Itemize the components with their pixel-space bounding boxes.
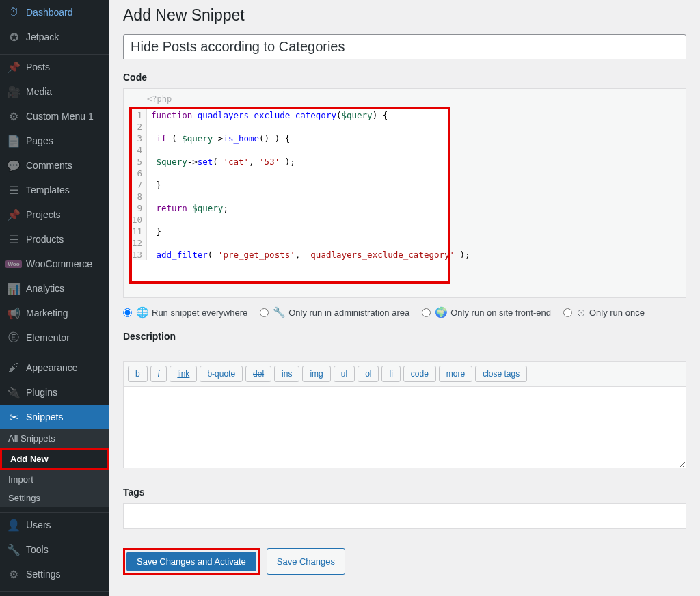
- submit-row: Save Changes and Activate Save Changes: [123, 548, 686, 575]
- qt-ul-button[interactable]: ul: [334, 366, 355, 382]
- snippet-title-input[interactable]: [123, 34, 686, 59]
- sidebar-item-label: Elementor: [26, 332, 70, 343]
- scope-label: Run snippet everywhere: [152, 308, 247, 318]
- sidebar-item-comments[interactable]: 💬Comments: [0, 153, 109, 178]
- sidebar-item-jetpack[interactable]: ✪Jetpack: [0, 25, 109, 49]
- sidebar-item-label: WooCommerce: [26, 258, 92, 269]
- admin-sidebar: ⏱Dashboard✪Jetpack📌Posts🎥Media⚙Custom Me…: [0, 0, 109, 596]
- code-line: 3 if ( $query->is_home() ) {: [132, 133, 448, 144]
- sidebar-item-users[interactable]: 👤Users: [0, 513, 109, 537]
- scope-radio[interactable]: [563, 308, 572, 317]
- qt-i-button[interactable]: i: [150, 366, 167, 382]
- sidebar-item-custom-menu-1[interactable]: ⚙Custom Menu 1: [0, 104, 109, 128]
- qt-close-tags-button[interactable]: close tags: [475, 366, 527, 382]
- code-line: 9 return $query;: [132, 202, 448, 214]
- code-line: 11 }: [132, 226, 448, 237]
- sidebar-item-label: Posts: [26, 62, 50, 72]
- sidebar-item-posts[interactable]: 📌Posts: [0, 55, 109, 79]
- sidebar-item-dashboard[interactable]: ⏱Dashboard: [0, 0, 109, 25]
- code-line: 4: [132, 144, 448, 156]
- sidebar-item-appearance[interactable]: 🖌Appearance: [0, 355, 109, 380]
- sidebar-item-settings[interactable]: ⚙Settings: [0, 562, 109, 586]
- qt-code-button[interactable]: code: [403, 366, 436, 382]
- sidebar-item-label: Analytics: [26, 283, 64, 294]
- sidebar-item-label: Projects: [26, 209, 61, 220]
- scope-option-2[interactable]: 🌍Only run on site front-end: [422, 306, 551, 319]
- sidebar-item-label: Custom Menu 1: [26, 111, 94, 122]
- code-line: 2: [132, 121, 448, 133]
- sidebar-item-marketing[interactable]: 📢Marketing: [0, 301, 109, 325]
- code-line: 6: [132, 167, 448, 179]
- sidebar-submenu: All SnippetsAdd NewImportSettings: [0, 429, 109, 507]
- sidebar-item-label: Products: [26, 234, 64, 245]
- tags-label: Tags: [123, 487, 686, 498]
- tools-icon: 🔧: [7, 543, 21, 556]
- scope-option-3[interactable]: ⏲Only run once: [563, 307, 645, 319]
- submenu-item-import[interactable]: Import: [0, 470, 109, 489]
- sidebar-item-plugins[interactable]: 🔌Plugins: [0, 380, 109, 405]
- submenu-item-add-new[interactable]: Add New: [0, 448, 109, 470]
- sidebar-item-projects[interactable]: 📌Projects: [0, 202, 109, 227]
- qt-link-button[interactable]: link: [170, 366, 197, 382]
- scope-label: Only run in administration area: [288, 308, 409, 318]
- code-line: 12: [132, 237, 448, 249]
- sidebar-item-tools[interactable]: 🔧Tools: [0, 537, 109, 562]
- scope-icon: 🌐: [136, 306, 149, 319]
- sidebar-item-label: Templates: [26, 185, 70, 195]
- code-line: 13 add_filter( 'pre_get_posts', 'quadlay…: [132, 249, 448, 260]
- sidebar-item-elementor[interactable]: ⒺElementor: [0, 325, 109, 350]
- pages-icon: 📄: [7, 134, 21, 148]
- qt-ol-button[interactable]: ol: [358, 366, 379, 382]
- scope-radio[interactable]: [422, 308, 431, 317]
- code-line: 10: [132, 214, 448, 226]
- code-line: 5 $query->set( 'cat', '53' );: [132, 156, 448, 167]
- sidebar-item-label: Comments: [26, 160, 72, 171]
- comments-icon: 💬: [7, 159, 21, 172]
- projects-icon: 📌: [7, 208, 21, 221]
- qt-b-quote-button[interactable]: b-quote: [200, 366, 243, 382]
- quicktags-toolbar: bilinkb-quotedelinsimgulollicodemoreclos…: [123, 361, 686, 386]
- plugins-icon: 🔌: [7, 385, 21, 399]
- scope-radio[interactable]: [260, 308, 269, 317]
- sidebar-item-label: Plugins: [26, 387, 57, 398]
- code-frame: 1function quadlayers_exclude_category($q…: [129, 107, 450, 284]
- description-textarea[interactable]: [123, 386, 686, 468]
- submenu-item-all-snippets[interactable]: All Snippets: [0, 429, 109, 448]
- sidebar-item-woocommerce[interactable]: WooWooCommerce: [0, 252, 109, 276]
- sidebar-item-media[interactable]: 🎥Media: [0, 79, 109, 104]
- sidebar-item-divi[interactable]: ⒹDivi: [0, 592, 109, 596]
- qt-li-button[interactable]: li: [381, 366, 400, 382]
- sidebar-item-pages[interactable]: 📄Pages: [0, 128, 109, 153]
- scope-option-1[interactable]: 🔧Only run in administration area: [260, 306, 409, 319]
- templates-icon: ☰: [7, 183, 21, 197]
- analytics-icon: 📊: [7, 282, 21, 295]
- elementor-icon: Ⓔ: [7, 331, 21, 344]
- code-line: 1function quadlayers_exclude_category($q…: [132, 109, 448, 121]
- scope-option-0[interactable]: 🌐Run snippet everywhere: [123, 306, 247, 319]
- qt-img-button[interactable]: img: [302, 366, 330, 382]
- sidebar-item-templates[interactable]: ☰Templates: [0, 178, 109, 202]
- sidebar-item-label: Media: [26, 86, 52, 97]
- sidebar-item-label: Marketing: [26, 308, 68, 319]
- submenu-item-settings[interactable]: Settings: [0, 489, 109, 507]
- code-label: Code: [123, 72, 686, 83]
- products-icon: ☰: [7, 232, 21, 246]
- tags-input[interactable]: [123, 503, 686, 529]
- media-icon: 🎥: [7, 85, 21, 98]
- save-activate-button[interactable]: Save Changes and Activate: [126, 552, 256, 571]
- qt-ins-button[interactable]: ins: [274, 366, 299, 382]
- scope-icon: 🌍: [435, 306, 448, 319]
- qt-b-button[interactable]: b: [128, 366, 148, 382]
- sidebar-item-snippets[interactable]: ✂Snippets: [0, 405, 109, 429]
- jetpack-icon: ✪: [7, 30, 21, 44]
- sidebar-item-products[interactable]: ☰Products: [0, 227, 109, 252]
- qt-del-button[interactable]: del: [245, 366, 271, 382]
- highlight-frame: Save Changes and Activate: [123, 548, 260, 575]
- settings-icon: ⚙: [7, 567, 21, 581]
- code-editor[interactable]: <?php 1function quadlayers_exclude_categ…: [123, 88, 686, 298]
- woocommerce-icon: Woo: [7, 257, 21, 271]
- save-button[interactable]: Save Changes: [267, 548, 345, 575]
- sidebar-item-analytics[interactable]: 📊Analytics: [0, 276, 109, 301]
- qt-more-button[interactable]: more: [439, 366, 472, 382]
- scope-radio[interactable]: [123, 308, 132, 317]
